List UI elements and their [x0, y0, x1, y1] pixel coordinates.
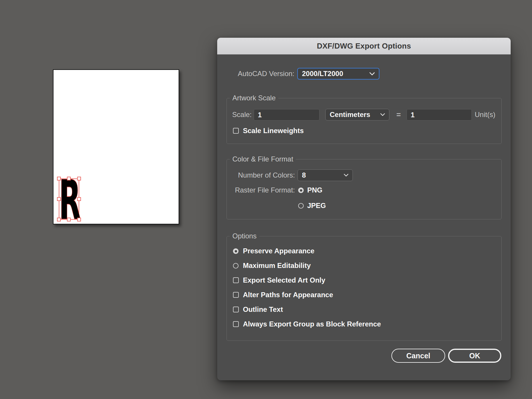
dialog-titlebar[interactable]: DXF/DWG Export Options — [217, 38, 511, 54]
selection-handle[interactable] — [57, 197, 61, 201]
number-of-colors-select[interactable]: 8 — [298, 169, 353, 181]
autocad-version-value: 2000/LT2000 — [302, 70, 343, 78]
selection-handle[interactable] — [77, 197, 81, 201]
scale-unit-value: Centimeters — [330, 111, 370, 119]
chevron-down-icon — [369, 72, 375, 75]
preserve-appearance-radio[interactable] — [233, 248, 239, 254]
export-selected-art-only-checkbox[interactable] — [233, 277, 239, 283]
unit-count-input[interactable] — [407, 109, 472, 121]
units-suffix-label: Unit(s) — [475, 109, 495, 121]
selection-bounding-box[interactable]: R — [59, 178, 79, 220]
color-file-format-group-title: Color & File Format — [230, 155, 296, 163]
ok-button[interactable]: OK — [448, 349, 501, 363]
raster-file-format-label: Raster File Format: — [227, 184, 295, 196]
scale-input[interactable] — [254, 109, 319, 121]
color-file-format-group: Color & File Format Number of Colors: 8 … — [227, 159, 502, 219]
selection-handle[interactable] — [57, 218, 61, 221]
options-group-title: Options — [230, 232, 259, 240]
artwork-scale-group-title: Artwork Scale — [230, 94, 278, 102]
artboard: R — [53, 69, 179, 224]
selection-handle[interactable] — [67, 218, 71, 221]
raster-jpeg-radio[interactable] — [298, 203, 304, 209]
selection-handle[interactable] — [57, 177, 61, 180]
number-of-colors-label: Number of Colors: — [227, 169, 295, 181]
scale-unit-select[interactable]: Centimeters — [325, 109, 389, 121]
preserve-appearance-label[interactable]: Preserve Appearance — [243, 245, 315, 257]
number-of-colors-value: 8 — [302, 171, 306, 179]
maximum-editability-label[interactable]: Maximum Editability — [243, 260, 311, 271]
export-selected-art-only-label[interactable]: Export Selected Art Only — [243, 274, 325, 286]
raster-png-label[interactable]: PNG — [307, 184, 322, 196]
raster-jpeg-label[interactable]: JPEG — [307, 200, 326, 211]
chevron-down-icon — [380, 113, 385, 116]
autocad-version-label: AutoCAD Version: — [217, 68, 294, 80]
options-group: Options Preserve Appearance Maximum Edit… — [227, 236, 502, 341]
outline-text-checkbox[interactable] — [233, 307, 239, 312]
selection-handle[interactable] — [77, 177, 81, 180]
outline-text-label[interactable]: Outline Text — [243, 304, 283, 315]
scale-lineweights-label[interactable]: Scale Lineweights — [243, 125, 304, 137]
autocad-version-select[interactable]: 2000/LT2000 — [297, 68, 379, 80]
raster-png-radio[interactable] — [298, 188, 304, 193]
cancel-button[interactable]: Cancel — [391, 349, 445, 363]
scale-label: Scale: — [227, 109, 252, 121]
selection-handle[interactable] — [67, 177, 71, 180]
canvas-background: R DXF/DWG Export Options AutoCAD Version… — [0, 0, 532, 399]
chevron-down-icon — [344, 174, 348, 177]
maximum-editability-radio[interactable] — [233, 263, 239, 269]
always-export-group-as-block-reference-checkbox[interactable] — [233, 321, 239, 327]
dialog-title: DXF/DWG Export Options — [317, 42, 411, 51]
dxf-dwg-export-dialog: DXF/DWG Export Options AutoCAD Version: … — [217, 38, 511, 380]
alter-paths-for-appearance-label[interactable]: Alter Paths for Appearance — [243, 289, 333, 301]
equals-sign: = — [393, 109, 404, 121]
scale-lineweights-checkbox[interactable] — [233, 128, 239, 134]
selection-handle[interactable] — [77, 218, 81, 221]
always-export-group-as-block-reference-label[interactable]: Always Export Group as Block Reference — [243, 318, 381, 330]
alter-paths-for-appearance-checkbox[interactable] — [233, 292, 239, 298]
artwork-scale-group: Artwork Scale Scale: Centimeters = Unit(… — [227, 98, 502, 144]
